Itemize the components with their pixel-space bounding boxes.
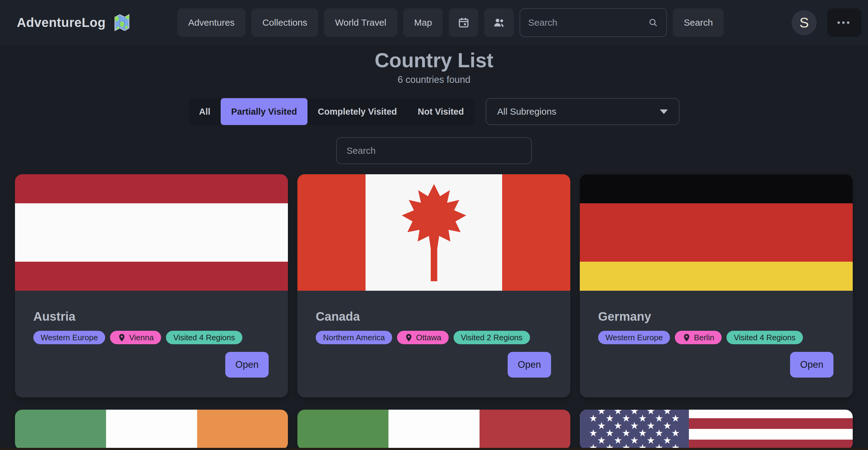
flag-austria bbox=[15, 174, 288, 291]
country-search-row bbox=[0, 137, 868, 164]
flag-italy bbox=[298, 410, 570, 450]
filter-row: All Partially Visited Completely Visited… bbox=[0, 98, 868, 125]
country-grid: Austria Western Europe Vienna Visited 4 … bbox=[15, 174, 853, 450]
country-search-input[interactable] bbox=[347, 146, 521, 156]
capital-badge: Ottawa bbox=[397, 331, 448, 344]
subregion-select[interactable]: All Subregions bbox=[486, 98, 679, 125]
page-title: Country List bbox=[0, 49, 868, 72]
navbar: AdventureLog Adventures Collections Worl… bbox=[0, 0, 868, 45]
navbar-search bbox=[520, 8, 667, 37]
map-pin-icon bbox=[682, 333, 691, 342]
result-count: 6 countries found bbox=[0, 74, 868, 85]
usa-canton: ★★★★★ ★★★★★★ ★★★★★ ★★★★★★ ★★★★★ ★★★★★★ bbox=[580, 410, 689, 450]
country-name: Germany bbox=[598, 310, 834, 324]
nav-link-world-travel[interactable]: World Travel bbox=[324, 8, 397, 37]
viewport-bottom-strip bbox=[0, 448, 868, 450]
country-card-canada: Canada Northern America Ottawa Visited 2… bbox=[298, 174, 570, 397]
tab-all[interactable]: All bbox=[189, 98, 221, 125]
nav-link-adventures[interactable]: Adventures bbox=[177, 8, 246, 37]
calendar-button[interactable] bbox=[449, 8, 478, 37]
maple-leaf bbox=[386, 182, 482, 283]
page-header: Country List 6 countries found bbox=[0, 49, 868, 85]
flag-germany bbox=[580, 174, 853, 291]
region-badge: Western Europe bbox=[598, 331, 670, 344]
region-badge: Western Europe bbox=[33, 331, 105, 344]
users-button[interactable] bbox=[484, 8, 514, 37]
navbar-search-button[interactable]: Search bbox=[673, 8, 724, 37]
country-name: Austria bbox=[33, 310, 270, 324]
country-card-usa: ★★★★★ ★★★★★★ ★★★★★ ★★★★★★ ★★★★★ ★★★★★★ bbox=[580, 410, 853, 450]
country-search bbox=[336, 137, 532, 164]
calendar-icon bbox=[457, 16, 470, 29]
visited-regions-badge: Visited 4 Regions bbox=[726, 331, 803, 344]
country-card-germany: Germany Western Europe Berlin Visited 4 … bbox=[580, 174, 853, 397]
brand[interactable]: AdventureLog bbox=[17, 13, 131, 32]
search-icon bbox=[648, 18, 658, 28]
nav-link-map[interactable]: Map bbox=[403, 8, 443, 37]
overflow-menu-button[interactable]: ••• bbox=[827, 8, 861, 37]
open-button[interactable]: Open bbox=[790, 352, 834, 378]
avatar[interactable]: S bbox=[792, 10, 817, 35]
brand-title: AdventureLog bbox=[17, 15, 106, 30]
folded-map-icon bbox=[112, 13, 131, 32]
chevron-down-icon bbox=[660, 110, 668, 114]
map-pin-icon bbox=[404, 333, 413, 342]
map-pin-icon bbox=[117, 333, 126, 342]
flag-ireland bbox=[15, 410, 288, 450]
subregion-select-value: All Subregions bbox=[497, 107, 556, 117]
flag-canada bbox=[298, 174, 570, 291]
flag-usa: ★★★★★ ★★★★★★ ★★★★★ ★★★★★★ ★★★★★ ★★★★★★ bbox=[580, 410, 853, 450]
open-button[interactable]: Open bbox=[508, 352, 551, 378]
country-card-italy bbox=[298, 410, 570, 450]
tab-partially-visited[interactable]: Partially Visited bbox=[221, 98, 307, 125]
nav-link-collections[interactable]: Collections bbox=[251, 8, 318, 37]
tab-completely-visited[interactable]: Completely Visited bbox=[307, 98, 407, 125]
open-button[interactable]: Open bbox=[225, 352, 269, 378]
visited-filter-tabs: All Partially Visited Completely Visited… bbox=[189, 98, 474, 125]
country-card-ireland bbox=[15, 410, 288, 450]
capital-badge: Vienna bbox=[110, 331, 161, 344]
visited-regions-badge: Visited 2 Regions bbox=[454, 331, 530, 344]
country-name: Canada bbox=[316, 310, 552, 324]
navbar-search-input[interactable] bbox=[528, 18, 648, 28]
capital-badge: Berlin bbox=[675, 331, 721, 344]
nav-links: Adventures Collections World Travel Map bbox=[177, 8, 724, 37]
country-card-austria: Austria Western Europe Vienna Visited 4 … bbox=[15, 174, 288, 397]
tab-not-visited[interactable]: Not Visited bbox=[407, 98, 474, 125]
visited-regions-badge: Visited 4 Regions bbox=[166, 331, 242, 344]
users-icon bbox=[493, 16, 505, 29]
region-badge: Northern America bbox=[316, 331, 392, 344]
